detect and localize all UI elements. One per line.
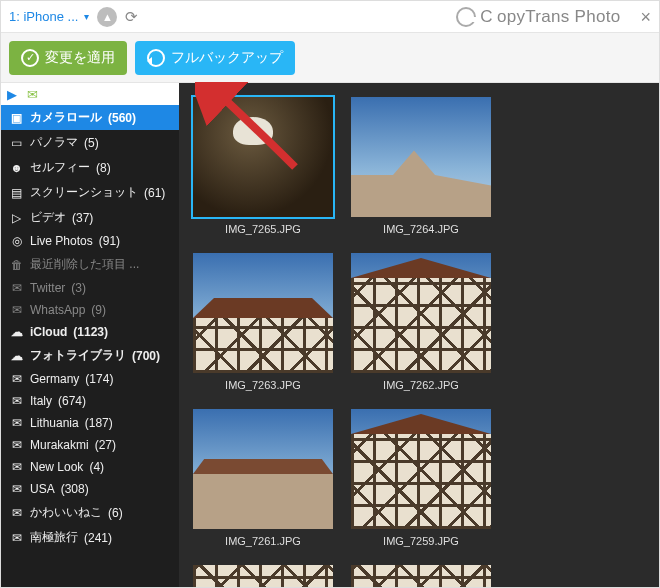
sidebar-item-label: パノラマ [30,134,78,151]
folder-icon: ✉ [9,506,24,520]
app-brand: CopyTrans Photo [456,7,620,27]
thumb-image[interactable] [351,97,491,217]
folder-icon: ✉ [9,438,24,452]
sidebar-item-screenshots[interactable]: ▤スクリーンショット 61 [1,180,179,205]
folder-icon: ✉ [9,281,24,295]
eject-button[interactable]: ▲ [97,7,117,27]
sidebar-item-video[interactable]: ▷ビデオ 37 [1,205,179,230]
sidebar-item-count: 91 [99,234,120,248]
thumb-image[interactable] [193,409,333,529]
full-backup-button[interactable]: フルバックアップ [135,41,295,75]
thumb-image[interactable] [193,253,333,373]
folder-icon: ✉ [9,416,24,430]
main-area: ▶ ✉ ▣カメラロール 560▭パノラマ 5☻セルフィー 8▤スクリーンショット… [1,83,659,588]
apply-changes-button[interactable]: ✓ 変更を適用 [9,41,127,75]
folder-icon: ▷ [9,211,24,225]
folder-icon: ▭ [9,136,24,150]
sidebar-item-label: ビデオ [30,209,66,226]
sidebar-item-label: 最近削除した項目 ... [30,256,139,273]
folder-icon: ✉ [9,531,24,545]
photo-thumb[interactable]: IMG_7261.JPG [193,409,333,547]
folder-icon: ▤ [9,186,24,200]
photo-thumb[interactable]: IMG_7260.JPG [193,565,333,588]
top-bar: 1: iPhone ... ▾ ▲ ⟳ CopyTrans Photo × [1,1,659,33]
thumb-image[interactable] [193,565,333,588]
photo-thumb[interactable]: IMG_7258.JPG [351,565,491,588]
sidebar-item-recentdel[interactable]: 🗑最近削除した項目 ... [1,252,179,277]
sidebar-tabstrip: ▶ ✉ [1,83,179,105]
sidebar-item-selfie[interactable]: ☻セルフィー 8 [1,155,179,180]
photo-thumb[interactable]: IMG_7263.JPG [193,253,333,391]
sidebar-item-antarctic[interactable]: ✉南極旅行 241 [1,525,179,550]
sidebar-item-count: 308 [61,482,89,496]
sidebar-item-label: スクリーンショット [30,184,138,201]
photo-thumb[interactable]: IMG_7259.JPG [351,409,491,547]
folder-icon: ✉ [9,394,24,408]
sidebar-item-livephotos[interactable]: ◎Live Photos 91 [1,230,179,252]
sidebar-item-murakakmi[interactable]: ✉Murakakmi 27 [1,434,179,456]
sidebar-item-count: 4 [89,460,104,474]
sidebar-item-panorama[interactable]: ▭パノラマ 5 [1,130,179,155]
apply-label: 変更を適用 [45,49,115,67]
sidebar-item-label: USA [30,482,55,496]
photo-thumb[interactable]: IMG_7264.JPG [351,97,491,235]
thumb-caption: IMG_7261.JPG [225,535,301,547]
chevron-down-icon: ▾ [84,11,89,22]
sidebar-item-label: Italy [30,394,52,408]
sidebar-list: ▣カメラロール 560▭パノラマ 5☻セルフィー 8▤スクリーンショット 61▷… [1,105,179,588]
sidebar-item-italy[interactable]: ✉Italy 674 [1,390,179,412]
sidebar-item-count: 27 [95,438,116,452]
sidebar-item-count: 3 [71,281,86,295]
sidebar-item-label: Germany [30,372,79,386]
refresh-button[interactable]: ⟳ [125,8,138,26]
sidebar-item-twitter[interactable]: ✉Twitter 3 [1,277,179,299]
sidebar-item-count: 1123 [73,325,108,339]
sidebar-item-label: セルフィー [30,159,90,176]
sidebar-item-label: WhatsApp [30,303,85,317]
sidebar-item-camera-roll[interactable]: ▣カメラロール 560 [1,105,179,130]
folder-icon: 🗑 [9,258,24,272]
sidebar-item-count: 6 [108,506,123,520]
thumb-caption: IMG_7263.JPG [225,379,301,391]
play-tab-icon[interactable]: ▶ [7,87,17,102]
photo-grid[interactable]: IMG_7265.JPGIMG_7264.JPGIMG_7263.JPGIMG_… [179,83,659,588]
thumb-image[interactable] [351,565,491,588]
folder-icon: ✉ [9,460,24,474]
device-selector[interactable]: 1: iPhone ... ▾ [9,9,89,24]
thumb-image[interactable] [351,409,491,529]
sidebar-item-lithuania[interactable]: ✉Lithuania 187 [1,412,179,434]
thumb-image[interactable] [193,97,333,217]
sidebar-item-count: 700 [132,349,160,363]
photo-thumb[interactable]: IMG_7265.JPG [193,97,333,235]
close-button[interactable]: × [640,8,651,26]
sidebar-item-whatsapp[interactable]: ✉WhatsApp 9 [1,299,179,321]
sidebar-item-label: New Look [30,460,83,474]
history-icon [147,49,165,67]
sidebar-item-usa[interactable]: ✉USA 308 [1,478,179,500]
sidebar-item-label: Murakakmi [30,438,89,452]
sidebar-item-icloud[interactable]: ☁iCloud 1123 [1,321,179,343]
check-icon: ✓ [21,49,39,67]
folder-icon: ☻ [9,161,24,175]
brand-logo-icon [456,7,476,27]
thumb-caption: IMG_7265.JPG [225,223,301,235]
sidebar-item-count: 174 [85,372,113,386]
sidebar-item-label: Lithuania [30,416,79,430]
thumb-image[interactable] [351,253,491,373]
folder-icon: ✉ [9,482,24,496]
action-bar: ✓ 変更を適用 フルバックアップ [1,33,659,83]
sidebar-item-kawaii[interactable]: ✉かわいいねこ 6 [1,500,179,525]
sidebar-item-count: 8 [96,161,111,175]
sidebar-item-count: 241 [84,531,112,545]
sidebar-item-newlook[interactable]: ✉New Look 4 [1,456,179,478]
sidebar-item-germany[interactable]: ✉Germany 174 [1,368,179,390]
sidebar-item-count: 37 [72,211,93,225]
album-tab-icon[interactable]: ✉ [27,87,38,102]
sidebar-item-photolib[interactable]: ☁フォトライブラリ 700 [1,343,179,368]
folder-icon: ▣ [9,111,24,125]
photo-thumb[interactable]: IMG_7262.JPG [351,253,491,391]
sidebar-item-label: かわいいねこ [30,504,102,521]
folder-icon: ◎ [9,234,24,248]
folder-icon: ✉ [9,303,24,317]
sidebar-item-label: iCloud [30,325,67,339]
